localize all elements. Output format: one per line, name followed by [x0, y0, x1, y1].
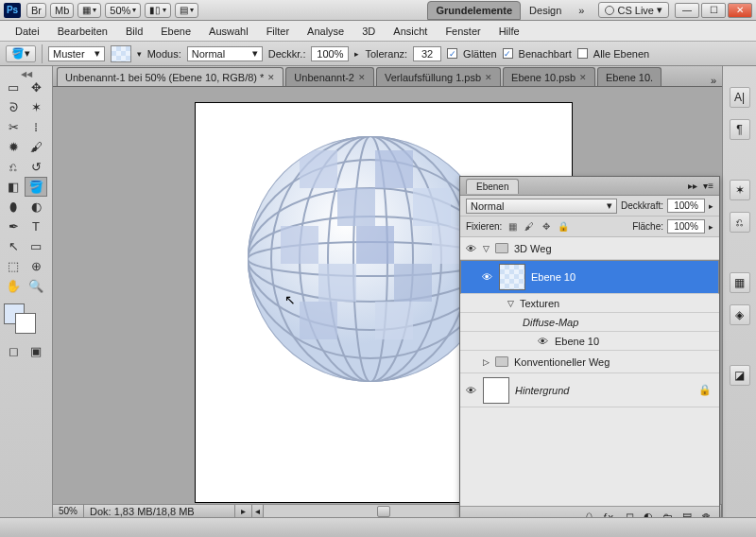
- zoom-dropdown[interactable]: 50%▾: [105, 3, 141, 18]
- lock-all-icon[interactable]: 🔒: [557, 220, 570, 234]
- fill-input[interactable]: [667, 219, 705, 234]
- disclosure-icon[interactable]: ▽: [507, 299, 514, 308]
- menu-filter[interactable]: Filter: [259, 24, 297, 39]
- workspace-more[interactable]: »: [570, 1, 593, 20]
- pen-tool[interactable]: ✒: [2, 217, 25, 236]
- screen-mode-button[interactable]: ▮▯▾: [145, 3, 171, 18]
- arrange-button[interactable]: ▦▾: [77, 3, 101, 18]
- panel-collapse-icon[interactable]: ▸▸: [688, 181, 697, 191]
- hand-tool[interactable]: ✋: [2, 276, 25, 296]
- brush-tool[interactable]: 🖌: [25, 137, 47, 157]
- layer-group-3dweg[interactable]: 👁 ▽ 3D Weg: [460, 237, 719, 260]
- doc-tab-2[interactable]: Unbenannt-2✕: [285, 67, 374, 86]
- visibility-icon[interactable]: 👁: [464, 384, 477, 397]
- layer-group-konventionell[interactable]: 👁 ▷ Konventioneller Weg: [460, 351, 719, 373]
- layer-thumbnail[interactable]: [483, 377, 509, 404]
- menu-3d[interactable]: 3D: [354, 24, 383, 39]
- menu-datei[interactable]: Datei: [8, 24, 47, 39]
- disclosure-icon[interactable]: ▷: [483, 357, 490, 367]
- close-icon[interactable]: ✕: [358, 73, 366, 82]
- menu-ebene[interactable]: Ebene: [153, 24, 198, 39]
- bucket-tool[interactable]: 🪣: [25, 177, 47, 197]
- doc-tab-3[interactable]: Verlaufsfüllung 1.psb✕: [376, 67, 501, 86]
- workspace-design[interactable]: Design: [521, 1, 570, 20]
- dodge-tool[interactable]: ◐: [25, 197, 47, 217]
- 3d-tool[interactable]: ⬚: [2, 256, 25, 276]
- blend-mode-select[interactable]: Normal▾: [187, 46, 263, 61]
- doc-tab-4[interactable]: Ebene 10.psb✕: [503, 67, 595, 86]
- layer-hintergrund[interactable]: 👁 Hintergrund 🔒: [460, 373, 719, 407]
- maximize-button[interactable]: ☐: [701, 3, 726, 18]
- close-button[interactable]: ✕: [728, 3, 752, 18]
- 3d-camera-tool[interactable]: ⊕: [25, 256, 47, 276]
- layer-blend-select[interactable]: Normal▾: [466, 199, 617, 214]
- scroll-left-button[interactable]: ◂: [252, 505, 264, 517]
- doc-tab-5[interactable]: Ebene 10.: [597, 67, 662, 86]
- menu-hilfe[interactable]: Hilfe: [491, 24, 527, 39]
- pattern-swatch[interactable]: [111, 45, 131, 62]
- panel-menu-icon[interactable]: ▾≡: [703, 181, 713, 191]
- lock-transparent-icon[interactable]: ▦: [506, 220, 519, 234]
- doc-tab-1[interactable]: Unbenannt-1 bei 50% (Ebene 10, RGB/8) *✕: [57, 67, 284, 86]
- tool-preset-button[interactable]: 🪣▾: [6, 45, 36, 62]
- layer-sub-ebene10[interactable]: 👁 Ebene 10: [460, 332, 719, 351]
- bridge-button[interactable]: Br: [26, 3, 46, 18]
- opacity-input[interactable]: [311, 46, 349, 61]
- clone-icon[interactable]: ⎌: [730, 212, 750, 233]
- zoom-readout[interactable]: 50%: [53, 505, 84, 517]
- doc-info[interactable]: Dok: 1,83 MB/18,8 MB: [84, 505, 235, 517]
- quickmask-button[interactable]: ◻: [2, 341, 25, 361]
- shape-tool[interactable]: ▭: [25, 236, 47, 256]
- layer-ebene10[interactable]: 👁 Ebene 10: [460, 260, 719, 294]
- disclosure-icon[interactable]: ▽: [483, 244, 490, 253]
- brushes-icon[interactable]: ✶: [730, 180, 750, 200]
- menu-ansicht[interactable]: Ansicht: [386, 24, 435, 39]
- heal-tool[interactable]: ✹: [2, 137, 25, 157]
- cslive-button[interactable]: CS Live▾: [598, 2, 669, 18]
- tolerance-input[interactable]: [413, 46, 441, 61]
- blur-tool[interactable]: ⬮: [2, 197, 25, 217]
- menu-analyse[interactable]: Analyse: [300, 24, 352, 39]
- stamp-tool[interactable]: ⎌: [2, 157, 25, 177]
- move-tool[interactable]: ✥: [25, 78, 47, 97]
- character-icon[interactable]: A|: [730, 87, 750, 108]
- navigator-icon[interactable]: ▦: [730, 272, 750, 293]
- screenmode-button[interactable]: ▣: [25, 341, 47, 361]
- visibility-icon[interactable]: 👁: [480, 270, 493, 284]
- menu-fenster[interactable]: Fenster: [438, 24, 488, 39]
- contiguous-checkbox[interactable]: ✓: [503, 48, 513, 59]
- lasso-tool[interactable]: ᘐ: [2, 97, 25, 117]
- close-icon[interactable]: ✕: [485, 73, 492, 82]
- history-brush-tool[interactable]: ↺: [25, 157, 47, 177]
- paragraph-icon[interactable]: ¶: [730, 119, 750, 140]
- wand-tool[interactable]: ✶: [25, 97, 47, 117]
- layer-thumbnail[interactable]: [499, 264, 525, 290]
- close-icon[interactable]: ✕: [267, 73, 275, 82]
- alllayers-checkbox[interactable]: [577, 48, 588, 59]
- visibility-icon[interactable]: 👁: [536, 335, 549, 348]
- extras-button[interactable]: ▤▾: [175, 3, 198, 18]
- antialias-checkbox[interactable]: ✓: [447, 48, 457, 59]
- eyedropper-tool[interactable]: ⁞: [25, 117, 47, 137]
- workspace-grundelemente[interactable]: Grundelemente: [427, 1, 521, 20]
- lock-pixels-icon[interactable]: 🖌: [523, 220, 536, 234]
- zoom-tool[interactable]: 🔍: [25, 276, 47, 296]
- menu-bild[interactable]: Bild: [118, 24, 150, 39]
- eraser-tool[interactable]: ◧: [2, 177, 25, 197]
- background-swatch[interactable]: [15, 313, 36, 334]
- type-tool[interactable]: T: [25, 217, 47, 236]
- crop-tool[interactable]: ✂: [2, 117, 25, 137]
- lock-position-icon[interactable]: ✥: [540, 220, 553, 234]
- layers-tab[interactable]: Ebenen: [466, 179, 519, 194]
- layers-dock-icon[interactable]: ◪: [730, 365, 750, 386]
- info-menu[interactable]: ▸: [235, 505, 252, 517]
- scrollbar-thumb[interactable]: [377, 506, 390, 517]
- color-swatches[interactable]: [2, 302, 50, 336]
- visibility-icon[interactable]: 👁: [464, 242, 477, 255]
- tabs-overflow[interactable]: »: [705, 75, 722, 86]
- layer-opacity-input[interactable]: [667, 199, 705, 213]
- menu-bearbeiten[interactable]: Bearbeiten: [50, 24, 115, 39]
- 3d-icon[interactable]: ◈: [730, 304, 750, 325]
- close-icon[interactable]: ✕: [579, 73, 587, 82]
- layer-texturen[interactable]: ▽ Texturen: [460, 294, 719, 313]
